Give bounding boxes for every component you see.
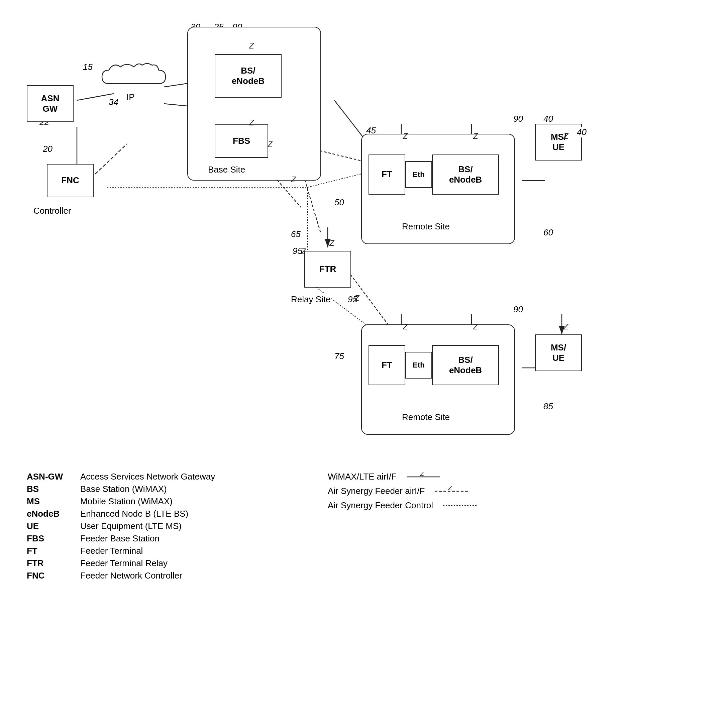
- ms-ue-bottom-box: MS/UE: [535, 334, 582, 371]
- base-site-label: Base Site: [208, 165, 245, 175]
- legend-desc: Mobile Station (WiMAX): [80, 496, 173, 507]
- legend-desc: User Equipment (LTE MS): [80, 521, 182, 531]
- fnc-box: FNC: [47, 164, 93, 197]
- label-50: 50: [334, 197, 344, 208]
- legend-abbr: ASN-GW: [27, 471, 67, 482]
- legend-desc: Enhanced Node B (LTE BS): [80, 509, 188, 519]
- legend-desc: Feeder Terminal Relay: [80, 558, 168, 568]
- eth-top-box: Eth: [405, 161, 432, 188]
- label-95-2: 95: [293, 246, 302, 256]
- label-75: 75: [334, 351, 344, 361]
- legend-line-label: Air Synergy Feeder Control: [328, 500, 433, 511]
- legend-desc: Base Station (WiMAX): [80, 484, 167, 494]
- ftr-box: FTR: [304, 251, 351, 288]
- bs-enodeb-bottom-box: BS/eNodeB: [432, 345, 499, 385]
- legend-line-svg: Z: [407, 472, 444, 482]
- legend-row: FTFeeder Terminal: [27, 546, 696, 556]
- label-20: 20: [43, 144, 52, 154]
- legend-row: UEUser Equipment (LTE MS): [27, 521, 696, 531]
- legend-line-row: Air Synergy Feeder Control: [328, 500, 480, 511]
- legend-desc: Feeder Terminal: [80, 546, 143, 556]
- eth-bottom-box: Eth: [405, 352, 432, 378]
- svg-text:Z: Z: [329, 239, 335, 248]
- cloud-shape: [100, 60, 167, 104]
- legend-abbr: FT: [27, 546, 67, 556]
- ft-bottom-box: FT: [369, 345, 405, 385]
- legend-area: ASN-GWAccess Services Network GatewayBSB…: [27, 461, 696, 581]
- label-40: 40: [543, 114, 553, 124]
- legend-row: FTRFeeder Terminal Relay: [27, 558, 696, 568]
- legend-line-label: WiMAX/LTE airI/F: [328, 471, 397, 482]
- legend-line-row: Air Synergy Feeder airI/F Z: [328, 486, 480, 496]
- relay-site-label: Relay Site: [291, 294, 331, 305]
- label-90-2: 90: [513, 304, 523, 315]
- label-95-3: 95: [348, 294, 358, 305]
- legend-abbr: BS: [27, 484, 67, 494]
- legend-abbr: eNodeB: [27, 509, 67, 519]
- svg-line-6: [95, 144, 127, 174]
- legend-abbr: MS: [27, 496, 67, 507]
- legend-line-svg: [443, 501, 480, 511]
- remote-site-top-container: FT Eth BS/eNodeB Remote Site: [361, 134, 515, 244]
- label-65: 65: [291, 229, 301, 239]
- label-90-1: 90: [513, 114, 523, 124]
- asn-gw-box: ASNGW: [27, 85, 73, 122]
- legend-row: FNCFeeder Network Controller: [27, 571, 696, 581]
- label-60: 60: [543, 227, 553, 238]
- fbs-box: FBS: [215, 124, 268, 158]
- legend-abbr: FBS: [27, 533, 67, 544]
- svg-text:Z: Z: [448, 486, 453, 491]
- remote-site-bottom-label: Remote Site: [402, 412, 450, 422]
- controller-label: Controller: [34, 206, 71, 216]
- legend-right: WiMAX/LTE airI/F ZAir Synergy Feeder air…: [328, 471, 480, 515]
- svg-text:Z: Z: [420, 472, 424, 477]
- legend-desc: Feeder Network Controller: [80, 571, 182, 581]
- svg-text:Z: Z: [563, 322, 569, 331]
- ms-ue-top-box: MS/UE: [535, 124, 582, 161]
- legend-abbr: FTR: [27, 558, 67, 568]
- label-15: 15: [83, 62, 93, 72]
- legend-line-label: Air Synergy Feeder airI/F: [328, 486, 425, 496]
- remote-site-bottom-container: FT Eth BS/eNodeB Remote Site: [361, 324, 515, 435]
- label-40-text: 40: [577, 127, 587, 138]
- legend-desc: Access Services Network Gateway: [80, 471, 215, 482]
- bs-enodeb-box: BS/eNodeB: [215, 54, 281, 98]
- label-85: 85: [543, 401, 553, 412]
- diagram-area: 10 15 20 22 25 30 32 34 35 40 45 50 55 6…: [0, 0, 728, 461]
- legend-row: FBSFeeder Base Station: [27, 533, 696, 544]
- remote-site-top-label: Remote Site: [402, 221, 450, 232]
- base-site-container: BS/eNodeB FBS Base Site: [187, 27, 321, 181]
- ft-top-box: FT: [369, 155, 405, 194]
- legend-line-svg: Z: [435, 486, 471, 496]
- legend-line-row: WiMAX/LTE airI/F Z: [328, 471, 480, 482]
- bs-enodeb-top-box: BS/eNodeB: [432, 155, 499, 194]
- legend-abbr: UE: [27, 521, 67, 531]
- legend-desc: Feeder Base Station: [80, 533, 159, 544]
- legend-abbr: FNC: [27, 571, 67, 581]
